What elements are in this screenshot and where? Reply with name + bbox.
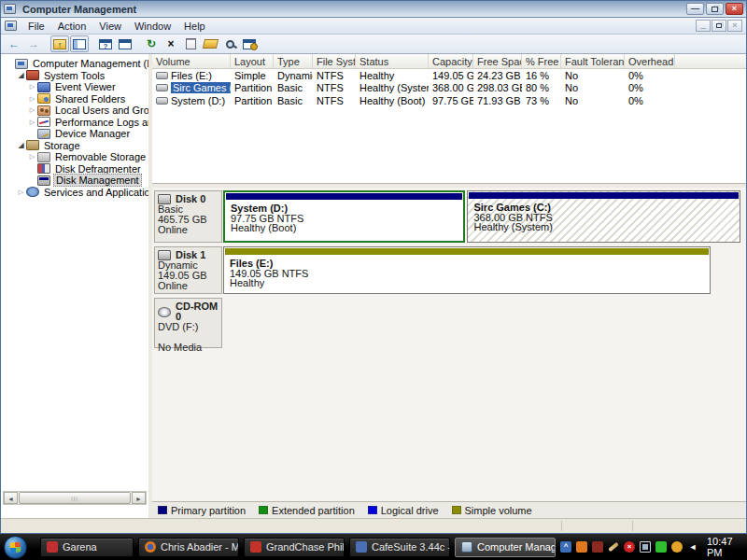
help-icon-button[interactable]	[240, 35, 259, 52]
tray-volume-icon[interactable]: ◄	[687, 541, 698, 553]
expand-icon[interactable]: ▷	[27, 106, 37, 114]
minimize-button[interactable]: —	[686, 3, 704, 15]
disk-label-cell[interactable]: Disk 0Basic465.75 GBOnline	[154, 190, 222, 243]
disk-label-cell[interactable]: Disk 1Dynamic149.05 GBOnline	[154, 246, 222, 294]
column-header-status[interactable]: Status	[356, 54, 429, 68]
partition-system-d-[interactable]: System (D:)97.75 GB NTFSHealthy (Boot)	[223, 190, 465, 243]
taskbar-clock[interactable]: 10:47 PM	[707, 536, 738, 558]
menu-help[interactable]: Help	[177, 19, 212, 34]
desktop: Computer Management — × FileActionViewWi…	[0, 0, 747, 560]
sidebar-item-shared-folders[interactable]: ▷Shared Folders	[1, 93, 148, 105]
tray-error-icon[interactable]: ×	[624, 541, 635, 553]
show-hide-console-tree-icon-button[interactable]	[70, 35, 89, 52]
menu-window[interactable]: Window	[128, 19, 177, 34]
view-icon-button[interactable]	[220, 35, 239, 52]
table-row[interactable]: Sirc Games (C:)PartitionBasicNTFSHealthy…	[152, 82, 746, 95]
taskbar-button-chris-abadier-mo-[interactable]: Chris Abadier - Mo...	[138, 538, 239, 557]
expand-icon[interactable]: ▷	[27, 83, 37, 91]
legend-item: Simple volume	[452, 505, 532, 516]
restore-icon	[712, 7, 718, 12]
expand-icon[interactable]: ▷	[27, 119, 37, 126]
tray-network-icon[interactable]	[640, 541, 651, 553]
expand-icon[interactable]: ▷	[27, 95, 37, 103]
window-title: Computer Management	[22, 4, 686, 15]
up-one-level-icon-button[interactable]: ↑	[50, 35, 69, 52]
taskbar-button-grandchase-philipp-[interactable]: GrandChase Philipp...	[244, 538, 345, 557]
column-header-file-system[interactable]: File System	[313, 54, 356, 68]
start-button[interactable]	[4, 536, 27, 559]
column-header-type[interactable]: Type	[274, 54, 313, 68]
disk-label-cell[interactable]: CD-ROM 0DVD (F:)No Media	[154, 298, 222, 348]
menu-file[interactable]: File	[21, 19, 51, 34]
column-header-overhead[interactable]: Overhead	[625, 54, 675, 68]
back-icon-button[interactable]: ←	[5, 35, 23, 52]
tray-app-orange-icon[interactable]	[576, 541, 587, 553]
mdi-restore-button[interactable]	[712, 20, 726, 32]
show-hide-pane-icon-button[interactable]	[116, 35, 134, 52]
expand-icon[interactable]: ▷	[27, 153, 37, 161]
mdi-close-button[interactable]: ×	[727, 20, 742, 32]
legend-item: Primary partition	[158, 505, 246, 516]
table-cell: Healthy (Boot)	[356, 95, 429, 106]
refresh-icon-button[interactable]: ↻	[142, 35, 161, 52]
sidebar-item-system-tools[interactable]: ◢System Tools	[1, 70, 148, 82]
tray-pencil-icon[interactable]	[608, 541, 619, 553]
disk-icon	[158, 194, 171, 204]
sidebar-item-performance-logs-and-alerts[interactable]: ▷Performance Logs and Alerts	[1, 117, 148, 129]
menu-action[interactable]: Action	[51, 19, 93, 34]
scroll-left-arrow[interactable]: ◄	[4, 492, 18, 504]
sidebar-item-computer-management-local-[interactable]: Computer Management (Local)	[1, 58, 148, 70]
scroll-right-arrow[interactable]: ►	[132, 492, 146, 504]
sidebar-item-disk-defragmenter[interactable]: Disk Defragmenter	[1, 163, 148, 175]
tray-lan-icon[interactable]	[655, 541, 667, 553]
taskbar-button-garena[interactable]: Garena	[40, 538, 134, 557]
sidebar-item-disk-management[interactable]: Disk Management	[1, 175, 148, 187]
collapse-icon[interactable]: ◢	[16, 71, 26, 79]
forward-icon-button[interactable]: →	[24, 35, 43, 52]
scroll-thumb[interactable]: |||	[19, 492, 131, 504]
windows-flag-icon	[9, 541, 21, 553]
column-header-fault-tolerance[interactable]: Fault Tolerance	[561, 54, 625, 68]
sidebar-item-local-users-and-groups[interactable]: ▷Local Users and Groups	[1, 105, 148, 117]
title-bar[interactable]: Computer Management — ×	[1, 1, 746, 18]
mdi-minimize-button[interactable]: _	[696, 20, 711, 32]
column-header-free-space[interactable]: Free Space	[473, 54, 522, 68]
diskmgmt-icon	[37, 175, 50, 186]
taskbar-button-computer-manage-[interactable]: Computer Manage...	[455, 538, 556, 557]
delete-icon-button[interactable]: ×	[162, 35, 180, 52]
column-header-layout[interactable]: Layout	[231, 54, 274, 68]
column-header--free[interactable]: % Free	[522, 54, 561, 68]
open-icon-button[interactable]	[201, 35, 219, 52]
tray-app-red-icon[interactable]	[592, 541, 603, 553]
tree-item-label: System Tools	[42, 70, 106, 81]
taskbar-button-cafesuite-3-44c-[interactable]: CafeSuite 3.44c -	[349, 538, 450, 557]
menu-view[interactable]: View	[92, 19, 128, 34]
partition-area: System (D:)97.75 GB NTFSHealthy (Boot)Si…	[223, 190, 744, 243]
sidebar-item-removable-storage[interactable]: ▷Removable Storage	[1, 151, 148, 163]
partition-files-e-[interactable]: Files (E:)149.05 GB NTFSHealthy	[223, 246, 711, 294]
hide-icons-chevron-icon[interactable]: ^	[560, 541, 571, 553]
table-row[interactable]: System (D:)PartitionBasicNTFSHealthy (Bo…	[152, 94, 746, 107]
column-header-capacity[interactable]: Capacity	[429, 54, 473, 68]
sidebar-item-storage[interactable]: ◢Storage	[1, 140, 148, 152]
restore-button[interactable]	[706, 3, 724, 15]
legend-swatch	[368, 506, 377, 514]
close-button[interactable]: ×	[726, 3, 743, 15]
help-topics-icon-button[interactable]: ?	[96, 35, 115, 52]
taskbar-button-label: Computer Manage...	[477, 541, 556, 553]
expand-icon[interactable]: ▷	[16, 189, 26, 196]
properties-icon-button[interactable]	[181, 35, 200, 52]
tray-im-icon[interactable]	[671, 541, 683, 553]
table-cell: 0%	[625, 82, 675, 93]
volume-icon	[156, 84, 168, 91]
table-row[interactable]: Files (E:)SimpleDynamicNTFSHealthy149.05…	[152, 69, 746, 82]
sidebar-item-event-viewer[interactable]: ▷Event Viewer	[1, 81, 148, 93]
partition-sirc-games-c-[interactable]: Sirc Games (C:)368.00 GB NTFSHealthy (Sy…	[467, 190, 740, 243]
mdi-child-icon	[5, 21, 17, 31]
app-icon	[4, 4, 16, 14]
tree-horizontal-scrollbar[interactable]: ◄|||►	[3, 491, 147, 505]
sidebar-item-services-and-applications[interactable]: ▷Services and Applications	[1, 187, 148, 199]
column-header-volume[interactable]: Volume	[152, 54, 231, 68]
collapse-icon[interactable]: ◢	[16, 141, 26, 149]
sidebar-item-device-manager[interactable]: Device Manager	[1, 128, 148, 140]
